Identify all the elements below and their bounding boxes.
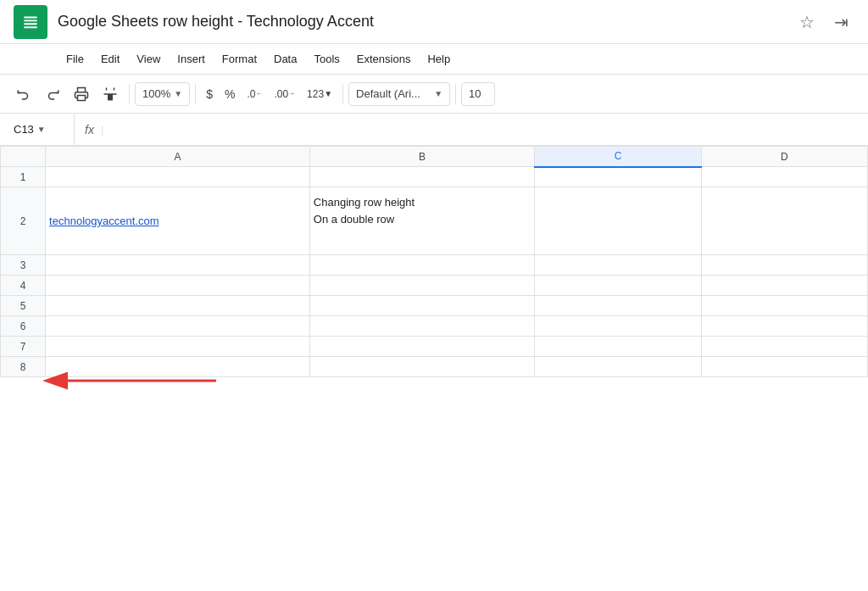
paint-format-button[interactable]	[97, 81, 124, 108]
format-number-button[interactable]: 123 ▼	[302, 82, 337, 106]
cell-d5[interactable]	[701, 296, 867, 316]
menu-tools[interactable]: Tools	[305, 47, 348, 71]
table-row: 1	[1, 167, 868, 187]
cell-d4[interactable]	[701, 276, 867, 296]
cell-b7[interactable]	[309, 337, 535, 357]
font-family-select[interactable]: Default (Ari... ▼	[348, 82, 450, 106]
external-link-icon[interactable]: ⇥	[827, 8, 854, 36]
row-num-7[interactable]: 7	[1, 337, 46, 357]
sheet-area: A B C D 1 2 tec	[0, 146, 868, 591]
formula-input-area[interactable]: fx |	[75, 123, 861, 137]
formula-separator: |	[101, 123, 103, 136]
col-header-a[interactable]: A	[46, 147, 310, 167]
table-row: 6	[1, 316, 868, 337]
svg-rect-2	[24, 20, 37, 21]
cell-d2[interactable]	[701, 187, 867, 255]
cell-c7[interactable]	[535, 337, 701, 357]
cell-c8[interactable]	[535, 357, 701, 377]
redo-button[interactable]	[39, 81, 66, 108]
cell-c3[interactable]	[535, 255, 701, 276]
percent-button[interactable]: %	[220, 82, 240, 106]
corner-header	[1, 147, 46, 167]
table-row: 2 technologyaccent.com Changing row heig…	[1, 187, 868, 255]
cell-c4[interactable]	[535, 276, 701, 296]
cell-b8[interactable]	[309, 357, 535, 377]
menu-help[interactable]: Help	[419, 47, 459, 71]
undo-button[interactable]	[10, 81, 37, 108]
cell-b5[interactable]	[309, 296, 535, 316]
cell-a3[interactable]	[46, 255, 310, 276]
currency-button[interactable]: $	[201, 82, 218, 106]
cell-c1[interactable]	[535, 167, 701, 187]
cell-b6[interactable]	[309, 316, 535, 337]
cell-a7[interactable]	[46, 337, 310, 357]
sheet-container: A B C D 1 2 tec	[0, 146, 868, 591]
row-num-1[interactable]: 1	[1, 167, 46, 187]
menu-extensions[interactable]: Extensions	[348, 47, 420, 71]
cell-c5[interactable]	[535, 296, 701, 316]
link-technologyaccent[interactable]: technologyaccent.com	[49, 215, 159, 227]
row-num-2[interactable]: 2	[1, 187, 46, 255]
table-row: 4	[1, 276, 868, 296]
cell-b1[interactable]	[309, 167, 535, 187]
svg-rect-1	[24, 16, 37, 18]
cell-c6[interactable]	[535, 316, 701, 337]
table-row: 3	[1, 255, 868, 276]
cell-d6[interactable]	[701, 316, 867, 337]
menu-format[interactable]: Format	[214, 47, 265, 71]
font-family-value: Default (Ari...	[356, 87, 420, 100]
cell-reference[interactable]: C13 ▼	[7, 114, 75, 145]
cell-a6[interactable]	[46, 316, 310, 337]
font-size-select[interactable]: 10	[461, 82, 495, 106]
menu-view[interactable]: View	[128, 47, 169, 71]
print-button[interactable]	[68, 81, 95, 108]
separator-3	[342, 84, 343, 104]
col-header-d[interactable]: D	[701, 147, 867, 167]
cell-c2[interactable]	[535, 187, 701, 255]
table-row: 8	[1, 357, 868, 377]
cell-a2[interactable]: technologyaccent.com	[46, 187, 310, 255]
cell-d3[interactable]	[701, 255, 867, 276]
cell-d8[interactable]	[701, 357, 867, 377]
cell-d1[interactable]	[701, 167, 867, 187]
row-num-4[interactable]: 4	[1, 276, 46, 296]
col-header-b[interactable]: B	[309, 147, 535, 167]
cell-b3[interactable]	[309, 255, 535, 276]
spreadsheet-table: A B C D 1 2 tec	[0, 146, 868, 377]
fx-label: fx	[85, 123, 94, 137]
toolbar: 100% ▼ $ % .0← .00→ 123 ▼ Default (Ari..…	[0, 75, 868, 114]
separator-4	[455, 84, 456, 104]
menu-insert[interactable]: Insert	[169, 47, 214, 71]
svg-rect-5	[78, 95, 86, 100]
menu-data[interactable]: Data	[265, 47, 305, 71]
svg-rect-6	[108, 94, 113, 101]
row-num-6[interactable]: 6	[1, 316, 46, 337]
cell-a5[interactable]	[46, 296, 310, 316]
cell-b4[interactable]	[309, 276, 535, 296]
svg-rect-3	[24, 23, 37, 25]
formula-bar: C13 ▼ fx |	[0, 114, 868, 146]
page-title: Google Sheets row height - Technology Ac…	[58, 13, 793, 31]
decimal-more-button[interactable]: .00→	[269, 82, 300, 106]
cell-d7[interactable]	[701, 337, 867, 357]
cell-b2[interactable]: Changing row height On a double row	[309, 187, 535, 255]
cell-a4[interactable]	[46, 276, 310, 296]
font-size-value: 10	[469, 87, 481, 100]
svg-rect-4	[24, 26, 37, 28]
separator-2	[195, 84, 196, 104]
table-row: 7	[1, 337, 868, 357]
menu-file[interactable]: File	[58, 47, 92, 71]
col-header-c[interactable]: C	[535, 147, 701, 167]
row-num-5[interactable]: 5	[1, 296, 46, 316]
menu-edit[interactable]: Edit	[92, 47, 128, 71]
decimal-less-button[interactable]: .0←	[242, 82, 267, 106]
zoom-select[interactable]: 100% ▼	[135, 82, 190, 106]
app-logo	[14, 5, 47, 39]
cell-ref-chevron-icon: ▼	[37, 125, 46, 134]
cell-a8[interactable]	[46, 357, 310, 377]
font-chevron-icon: ▼	[434, 89, 442, 98]
cell-a1[interactable]	[46, 167, 310, 187]
row-num-8[interactable]: 8	[1, 357, 46, 377]
star-icon[interactable]: ☆	[793, 8, 821, 36]
row-num-3[interactable]: 3	[1, 255, 46, 276]
